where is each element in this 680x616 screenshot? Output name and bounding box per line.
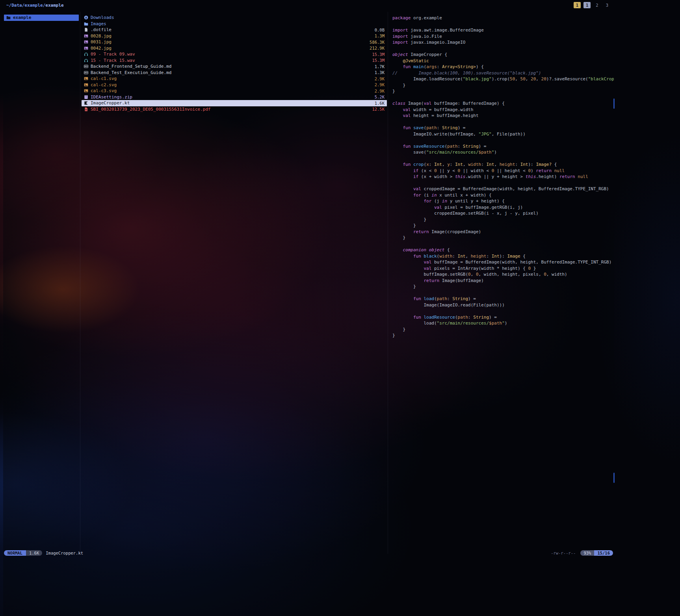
file-row[interactable]: IDEAsettings.zip5.2K (82, 94, 387, 100)
scroll-percent-badge: 93% (580, 550, 594, 556)
file-row[interactable]: 0031.jpg586.3K (82, 39, 387, 45)
code-preview: package org.example import java.awt.imag… (389, 15, 614, 339)
edge-scroll-mark (613, 98, 615, 109)
file-row[interactable]: Downloads (82, 15, 387, 21)
code-line: return Image(croppedImage) (392, 229, 614, 235)
code-line: fun load(path: String) = (392, 296, 614, 302)
status-bar: NORMAL 1.6K ImageCropper.kt -rw-r--r-- 9… (4, 550, 613, 556)
file-size: 2.9K (375, 82, 385, 87)
file-name: cal-c3.svg (91, 88, 373, 93)
image-icon (84, 76, 89, 81)
file-name: ImageCropper.kt (91, 100, 373, 106)
file-size: 0.0B (375, 28, 385, 32)
preview-pane[interactable]: package org.example import java.awt.imag… (389, 11, 614, 554)
code-line: package org.example (392, 15, 614, 21)
code-line (392, 21, 614, 28)
archive-icon (84, 95, 89, 99)
file-name: Images (91, 21, 383, 26)
code-line (392, 241, 614, 247)
tab-1[interactable]: 1 (574, 2, 581, 8)
tab-1[interactable]: 1 (583, 2, 591, 8)
code-line: for (i in x until x + width) { (392, 192, 614, 199)
file-name: IDEAsettings.zip (91, 95, 373, 100)
file-size: 2.9K (375, 76, 385, 81)
file-name: 09 - Track 09.wav (91, 52, 370, 57)
code-line: } (392, 235, 614, 241)
file-row[interactable]: 15 - Track 15.wav15.3M (82, 58, 387, 64)
status-left: NORMAL 1.6K ImageCropper.kt (4, 550, 83, 556)
code-line: class Image(val buffImage: BufferedImage… (392, 100, 614, 107)
code-line: fun black(width: Int, height: Int): Imag… (392, 253, 614, 260)
file-name: 0031.jpg (91, 39, 368, 45)
code-line: Image.loadResource("black.jpg").crop(50,… (392, 76, 614, 82)
file-size: 1.7K (375, 64, 385, 69)
file-size: 1.3M (375, 33, 385, 38)
markdown-icon (84, 64, 89, 69)
code-line: val height = buffImage.height (392, 113, 614, 119)
file-row[interactable]: cal-c3.svg2.9K (82, 88, 387, 94)
image-icon (84, 40, 89, 44)
file-size: 586.3K (370, 40, 385, 45)
markdown-icon (84, 71, 89, 75)
file-row[interactable]: 0042.jpg212.9K (82, 45, 387, 52)
code-line: for (j in y until y + height) { (392, 198, 614, 204)
code-line: if (x < 0 || y < 0 || width < 0 || heigh… (392, 168, 614, 174)
file-row[interactable]: 0028.jpg1.3M (82, 33, 387, 39)
pane-divider (388, 12, 388, 554)
file-row[interactable]: Backend_Test_Execution_Guide.md1.3K (82, 70, 387, 76)
file-row[interactable]: cal-c1.svg2.9K (82, 76, 387, 82)
file-name: .dotfile (91, 27, 373, 32)
file-size: 2.9K (375, 89, 385, 93)
file-row[interactable]: cal-c2.svg2.9K (82, 82, 387, 88)
file-row[interactable]: 09 - Track 09.wav15.3M (82, 51, 387, 58)
file-list-pane[interactable]: DownloadsImages.dotfile0.0B0028.jpg1.3M0… (82, 11, 387, 554)
topbar: ~/Data/example/example 1123 (3, 0, 614, 10)
code-line: import java.awt.image.BufferedImage (392, 27, 614, 33)
code-line: // Image.black(100, 100).saveResource("b… (392, 70, 614, 76)
code-line: fun main(args: Array<String>) { (392, 64, 614, 70)
file-row[interactable]: Backend_Frontend_Setup_Guide.md1.7K (82, 63, 387, 70)
file-name: Downloads (91, 15, 383, 20)
file-permissions: -rw-r--r-- (551, 551, 576, 555)
file-size: 1.6K (375, 101, 385, 106)
image-icon (84, 89, 89, 93)
code-line (392, 290, 614, 296)
code-line: croppedImage.setRGB(i - x, j - y, pixel) (392, 210, 614, 217)
path-prefix: ~/Data/example/ (6, 3, 45, 8)
code-line (392, 46, 614, 52)
download-icon (84, 15, 89, 20)
file-name: Backend_Test_Execution_Guide.md (91, 70, 373, 75)
parent-pane[interactable]: example (4, 11, 79, 554)
code-line (392, 156, 614, 162)
file-size: 212.9K (370, 46, 385, 50)
file-row[interactable]: ImageCropper.kt1.6K (82, 100, 387, 106)
file-row[interactable]: SBI_0032013739_2023_DE05_0003155631Invoi… (82, 106, 387, 113)
file-row[interactable]: Images (82, 21, 387, 27)
pdf-icon (84, 107, 89, 111)
audio-icon (84, 52, 89, 56)
tab-2[interactable]: 2 (593, 2, 600, 8)
cursor-position-badge: 15/16 (594, 550, 613, 556)
code-line: import javax.imageio.ImageIO (392, 39, 614, 46)
code-line: val pixels = IntArray(width * height) { … (392, 265, 614, 272)
pane-divider (80, 12, 80, 554)
breadcrumb-path: ~/Data/example/example (6, 3, 64, 8)
audio-icon (84, 58, 89, 63)
parent-dir-row[interactable]: example (4, 15, 79, 21)
file-name: cal-c1.svg (91, 76, 373, 81)
tab-3[interactable]: 3 (604, 2, 611, 8)
file-size: 15.3M (372, 58, 385, 63)
file-size: 1.3K (375, 70, 385, 75)
code-line: val croppedImage = BufferedImage(width, … (392, 186, 614, 192)
file-name: 0042.jpg (91, 46, 368, 51)
file-size: 15.3M (372, 52, 385, 57)
code-line: fun loadResource(path: String) = (392, 314, 614, 321)
file-row[interactable]: .dotfile0.0B (82, 27, 387, 33)
code-line: companion object { (392, 247, 614, 253)
code-line: save("src/main/resources/$path") (392, 149, 614, 156)
code-line: } (392, 223, 614, 229)
code-line (392, 119, 614, 125)
code-line: } (392, 217, 614, 223)
image-icon (84, 46, 89, 50)
code-line: } (392, 332, 614, 339)
